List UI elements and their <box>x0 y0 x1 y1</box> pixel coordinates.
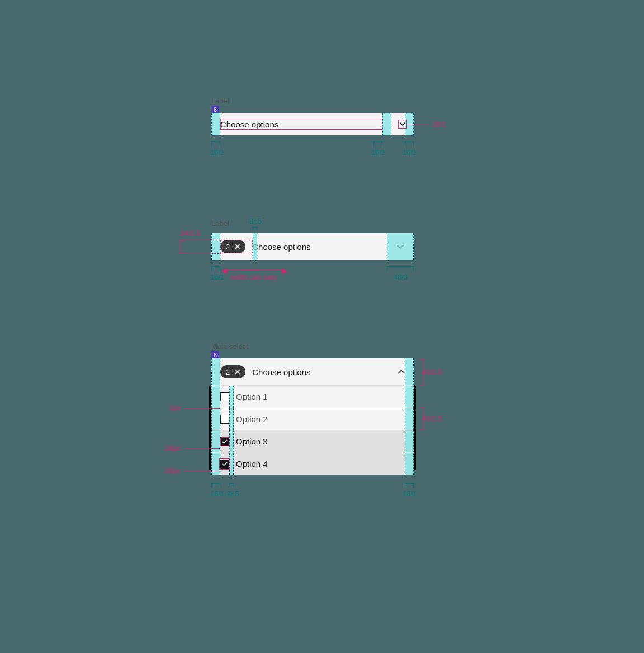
padding-inner-overlay <box>382 113 391 135</box>
padding-right-overlay <box>405 408 414 430</box>
padding-right-overlay <box>387 233 414 260</box>
ann-trigger-h: 40/2.5 <box>422 368 442 376</box>
ann-row-h: 40/2.5 <box>422 414 442 423</box>
guide-line <box>179 253 221 254</box>
menu-option[interactable]: Option 4 <box>211 452 414 475</box>
spec-closed-dropdown: Label 8 Choose options 16/1 16/1 16/1 16… <box>211 97 414 135</box>
padding-8-overlay <box>229 430 234 452</box>
placeholder-text: Choose options <box>252 367 398 377</box>
ann-pad-right: 16/1 <box>402 148 416 157</box>
chevron-up-icon <box>398 370 405 374</box>
placeholder-text: Choose options <box>252 242 397 252</box>
bracket <box>405 483 414 488</box>
dropdown-trigger[interactable]: Choose options <box>211 113 414 135</box>
menu-option[interactable]: Option 1 <box>211 385 414 408</box>
close-icon[interactable] <box>233 367 242 376</box>
padding-8-overlay <box>229 453 234 475</box>
checkbox[interactable] <box>220 392 229 401</box>
field-label: Multi-select <box>211 342 414 351</box>
checkbox[interactable] <box>220 460 229 469</box>
leader-line <box>184 448 220 449</box>
ann-checkbox: 16px <box>164 444 180 452</box>
ann-pad-right: 16/1 <box>402 490 416 498</box>
bracket <box>211 483 220 488</box>
dropdown-trigger[interactable]: 2 Choose options <box>211 233 414 260</box>
close-icon[interactable] <box>233 242 242 251</box>
bracket <box>405 141 414 146</box>
bracket <box>211 141 220 146</box>
padding-right-overlay <box>405 113 414 135</box>
dropdown-menu: Option 1 Option 2 Option 3 Option 4 <box>211 385 414 475</box>
ann-icon-box: 16/1 <box>432 120 446 129</box>
ann-pad-right: 48/3 <box>394 273 408 281</box>
guide-line <box>179 240 221 240</box>
ann-inner-gap: 16/1 <box>371 148 385 157</box>
ann-divider: 1px <box>169 404 181 412</box>
ann-pad-left: 16/1 <box>210 148 224 157</box>
padding-8-overlay <box>229 408 234 430</box>
checkbox[interactable] <box>220 415 229 424</box>
option-label: Option 3 <box>236 437 268 446</box>
leader-line <box>184 408 220 409</box>
option-label: Option 2 <box>236 414 268 424</box>
spec-open-menu: Multi-select 8 2 Choose options 40/2.5 O… <box>211 342 414 475</box>
padding-left-overlay <box>211 453 220 475</box>
menu-option[interactable]: Option 2 <box>211 408 414 430</box>
ann-inner-gap: 8/.5 <box>227 490 239 498</box>
padding-right-overlay <box>405 358 414 385</box>
padding-left-overlay <box>211 430 220 452</box>
bracket <box>373 141 382 146</box>
leader-line <box>407 125 429 125</box>
padding-left-overlay <box>211 386 220 408</box>
padding-8-overlay <box>253 233 257 260</box>
leader-line <box>184 471 219 471</box>
bracket <box>180 240 184 254</box>
ann-width-note: width can vary <box>230 273 277 281</box>
padding-left-overlay <box>211 233 220 260</box>
padding-right-overlay <box>405 386 414 408</box>
padding-right-overlay <box>405 453 414 475</box>
padding-left-overlay <box>211 113 220 135</box>
field-label: Label <box>211 97 414 105</box>
option-label: Option 1 <box>236 392 268 401</box>
bracket <box>229 483 234 486</box>
padding-left-overlay <box>211 408 220 430</box>
checkbox[interactable] <box>220 437 229 446</box>
selection-tag[interactable]: 2 <box>220 240 245 253</box>
padding-left-overlay <box>211 358 220 385</box>
padding-8-overlay <box>229 386 234 408</box>
width-arrow <box>224 269 285 270</box>
field-label: Label <box>211 219 414 228</box>
placeholder-text: Choose options <box>220 120 398 129</box>
dropdown-trigger[interactable]: 2 Choose options <box>211 358 414 385</box>
ann-tag-height: 24/1.5 <box>180 229 200 238</box>
option-label: Option 4 <box>236 459 268 469</box>
gap-badge: 8 <box>211 106 219 113</box>
bracket <box>387 266 414 271</box>
ann-pad-left: 16/1 <box>210 490 224 498</box>
tag-count: 2 <box>226 368 230 376</box>
padding-right-overlay <box>405 430 414 452</box>
tag-count: 2 <box>226 243 230 251</box>
bracket <box>211 266 220 271</box>
menu-option[interactable]: Option 3 <box>211 430 414 452</box>
ann-checkbox-outer: 20px <box>164 466 180 475</box>
gap-badge: 8 <box>211 351 219 359</box>
spec-dropdown-with-tag: Label 8/.5 2 Choose options 24/1.5 16/1 … <box>211 219 414 260</box>
selection-tag[interactable]: 2 <box>220 365 245 378</box>
